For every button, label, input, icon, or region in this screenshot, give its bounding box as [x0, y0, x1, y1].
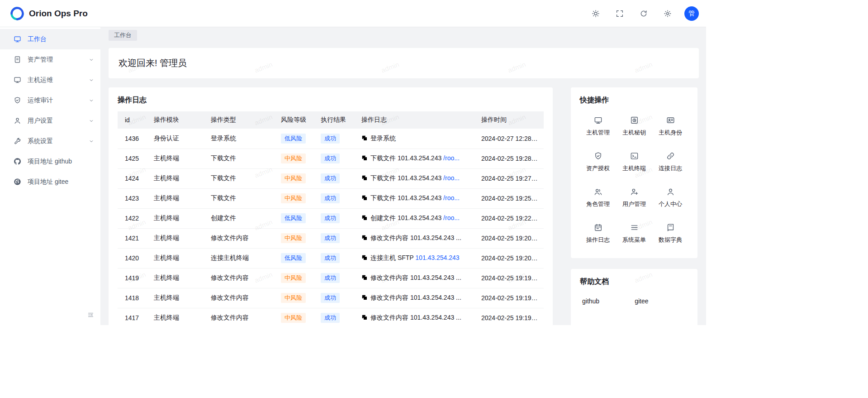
cell-log: 修改文件内容 101.43.254.243 ... — [356, 228, 476, 248]
quick-action-asset-grant[interactable]: 资产授权 — [580, 144, 616, 179]
user-group-icon — [594, 187, 602, 196]
result-badge: 成功 — [321, 253, 340, 263]
right-column: 快捷操作 主机管理 主机秘钥 主机身份 资产授权 主机终端 连接日志 角色管理 … — [571, 87, 697, 325]
cell-risk: 低风险 — [275, 248, 315, 268]
quick-action-connect-log[interactable]: 连接日志 — [652, 144, 688, 179]
log-link[interactable]: /roo... — [443, 214, 460, 221]
cell-module: 主机终端 — [148, 288, 205, 308]
sidebar-item-user-settings[interactable]: 用户设置 — [0, 110, 100, 131]
quick-action-data-dict[interactable]: 数据字典 — [652, 216, 688, 251]
risk-badge: 低风险 — [281, 253, 306, 263]
avatar[interactable]: 管 — [684, 6, 699, 21]
fullscreen-icon — [616, 10, 624, 18]
cell-time: 2024-02-25 19:27:25 — [476, 168, 544, 188]
fullscreen-button[interactable] — [612, 6, 627, 21]
cell-time: 2024-02-25 19:19:25 — [476, 288, 544, 308]
help-docs-card: 帮助文档 githubgitee — [571, 269, 697, 325]
cell-log: 修改文件内容 101.43.254.243 ... — [356, 268, 476, 288]
copy-icon[interactable] — [361, 155, 368, 163]
content-area: 欢迎回来! 管理员 操作日志 id操作模块操作类型风险等级执行结果操作日志操作时… — [100, 43, 706, 325]
copy-icon[interactable] — [361, 274, 368, 282]
column-header: 操作模块 — [148, 111, 205, 129]
quick-action-user-manage[interactable]: 用户管理 — [616, 180, 652, 215]
quick-action-personal-center[interactable]: 个人中心 — [652, 180, 688, 215]
sidebar-item-host-ops[interactable]: 主机运维 — [0, 70, 100, 90]
body-row: 工作台 资产管理 主机运维 运维审计 用户设置 系统设置 项目地址 github… — [0, 27, 706, 325]
operation-log-card: 操作日志 id操作模块操作类型风险等级执行结果操作日志操作时间 1436 身份认… — [109, 87, 553, 325]
sidebar-item-system-settings[interactable]: 系统设置 — [0, 131, 100, 151]
quick-action-operation-log[interactable]: 操作日志 — [580, 216, 616, 251]
quick-action-host-key[interactable]: 主机秘钥 — [616, 109, 652, 144]
log-link[interactable]: 101.43.254.243 — [415, 254, 459, 261]
log-link[interactable]: /roo... — [443, 174, 460, 182]
assets-icon — [14, 56, 21, 63]
sidebar-item-github[interactable]: 项目地址 github — [0, 151, 100, 172]
result-badge: 成功 — [321, 173, 340, 183]
quick-action-label: 主机秘钥 — [622, 129, 646, 137]
table-row: 1424 主机终端 下载文件 中风险 成功 下载文件 101.43.254.24… — [118, 168, 544, 188]
sidebar-item-label: 工作台 — [28, 35, 94, 43]
column-header: 风险等级 — [275, 111, 315, 129]
quick-action-host-identity[interactable]: 主机身份 — [652, 109, 688, 144]
copy-icon[interactable] — [361, 294, 368, 302]
log-link[interactable]: /roo... — [443, 194, 460, 201]
risk-badge: 中风险 — [281, 273, 306, 283]
cell-result: 成功 — [315, 188, 356, 208]
cell-result: 成功 — [315, 248, 356, 268]
cell-type: 下载文件 — [205, 149, 275, 168]
quick-action-label: 系统菜单 — [622, 236, 646, 244]
refresh-icon — [640, 10, 648, 18]
cell-result: 成功 — [315, 129, 356, 149]
quick-action-role-manage[interactable]: 角色管理 — [580, 180, 616, 215]
result-badge: 成功 — [321, 293, 340, 303]
quick-action-label: 主机身份 — [659, 129, 682, 137]
quick-actions-title: 快捷操作 — [580, 96, 688, 105]
cell-result: 成功 — [315, 208, 356, 228]
quick-action-system-menu[interactable]: 系统菜单 — [616, 216, 652, 251]
copy-icon[interactable] — [361, 135, 368, 143]
app-logo-icon — [10, 6, 24, 21]
risk-badge: 中风险 — [281, 173, 306, 183]
copy-icon[interactable] — [361, 195, 368, 202]
cell-time: 2024-02-25 19:22:24 — [476, 208, 544, 228]
copy-icon[interactable] — [361, 314, 368, 322]
column-header: 操作日志 — [356, 111, 476, 129]
shield-icon — [14, 96, 21, 104]
cell-result: 成功 — [315, 149, 356, 168]
terminal-icon — [630, 152, 639, 160]
table-row: 1425 主机终端 下载文件 中风险 成功 下载文件 101.43.254.24… — [118, 149, 544, 168]
sidebar-item-gitee[interactable]: 项目地址 gitee — [0, 172, 100, 192]
quick-action-label: 资产授权 — [586, 164, 610, 173]
quick-action-label: 角色管理 — [586, 200, 610, 208]
sidebar-collapse-button[interactable] — [87, 312, 94, 320]
copy-icon[interactable] — [361, 254, 368, 262]
sidebar-item-workbench[interactable]: 工作台 — [0, 29, 100, 49]
settings-button[interactable] — [660, 6, 675, 21]
quick-action-host-manage[interactable]: 主机管理 — [580, 109, 616, 144]
copy-icon[interactable] — [361, 175, 368, 182]
cell-risk: 中风险 — [275, 228, 315, 248]
sidebar-item-assets[interactable]: 资产管理 — [0, 49, 100, 70]
help-link-gitee[interactable]: gitee — [635, 297, 648, 305]
cell-type: 创建文件 — [205, 208, 275, 228]
cell-log: 修改文件内容 101.43.254.243 ... — [356, 288, 476, 308]
result-badge: 成功 — [321, 153, 340, 163]
log-link[interactable]: /roo... — [443, 154, 460, 162]
cell-type: 登录系统 — [205, 129, 275, 149]
quick-actions-card: 快捷操作 主机管理 主机秘钥 主机身份 资产授权 主机终端 连接日志 角色管理 … — [571, 87, 697, 258]
book-icon — [666, 223, 675, 232]
theme-toggle-button[interactable] — [588, 6, 603, 21]
cell-log: 修改文件内容 101.43.254.243 ... — [356, 308, 476, 325]
quick-action-label: 操作日志 — [586, 236, 610, 244]
quick-action-host-terminal[interactable]: 主机终端 — [616, 144, 652, 179]
cell-result: 成功 — [315, 288, 356, 308]
cell-risk: 中风险 — [275, 288, 315, 308]
help-link-github[interactable]: github — [582, 297, 599, 305]
breadcrumb-item[interactable]: 工作台 — [109, 30, 137, 41]
sidebar-item-audit[interactable]: 运维审计 — [0, 90, 100, 110]
copy-icon[interactable] — [361, 235, 368, 242]
cell-log: 登录系统 — [356, 129, 476, 149]
copy-icon[interactable] — [361, 215, 368, 222]
log-text: 修改文件内容 101.43.254.243 ... — [370, 314, 461, 321]
refresh-button[interactable] — [636, 6, 651, 21]
